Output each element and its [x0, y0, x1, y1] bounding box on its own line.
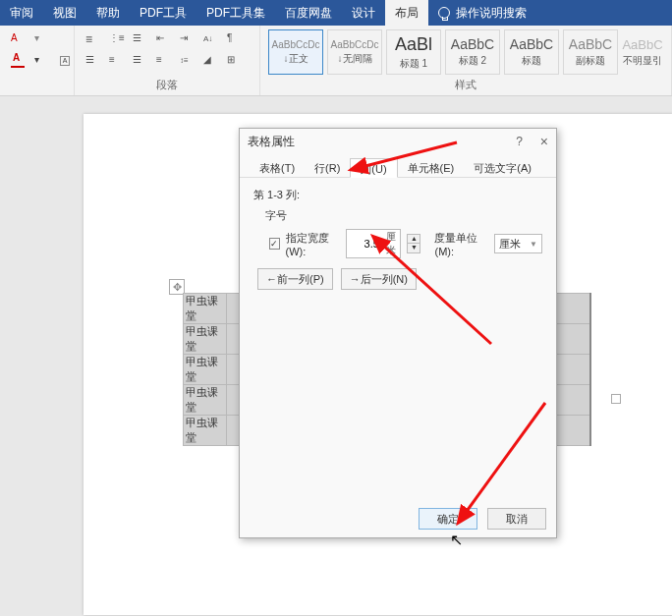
- styles-group-label: 样式: [268, 76, 663, 95]
- width-input[interactable]: [347, 234, 382, 253]
- measure-unit-label: 度量单位(M):: [434, 231, 487, 257]
- table-cell[interactable]: 甲虫课堂: [184, 294, 227, 324]
- shading-icon[interactable]: [200, 51, 220, 71]
- style-sample: AaBbCcDc: [272, 39, 320, 50]
- style-label: ↓正文: [284, 52, 308, 66]
- increase-indent-icon[interactable]: [177, 29, 196, 49]
- menu-baidu-netdisk[interactable]: 百度网盘: [275, 0, 342, 26]
- sort-icon[interactable]: [200, 29, 220, 49]
- tab-row[interactable]: 行(R): [305, 158, 350, 177]
- font-group-label: [8, 90, 66, 95]
- specify-width-checkbox[interactable]: ✓: [269, 238, 280, 250]
- chevron-down-icon: ▼: [530, 240, 537, 249]
- menu-help[interactable]: 帮助: [86, 0, 130, 26]
- style-subtitle[interactable]: AaBbC 副标题: [563, 29, 618, 75]
- font-expand-icon[interactable]: ▾: [31, 29, 51, 49]
- style-normal[interactable]: AaBbCcDc ↓正文: [268, 29, 323, 75]
- table-cell[interactable]: 甲虫课堂: [184, 324, 227, 355]
- table-cell[interactable]: 甲虫课堂: [184, 416, 227, 446]
- measure-unit-select[interactable]: 厘米 ▼: [494, 234, 542, 253]
- multilevel-icon[interactable]: [130, 29, 149, 49]
- char-shading-icon[interactable]: A: [55, 51, 75, 71]
- style-sample: AaBbC: [510, 36, 553, 52]
- dialog-tabs: 表格(T) 行(R) 列(U) 单元格(E) 可选文字(A): [240, 154, 556, 178]
- menu-pdf-toolset[interactable]: PDF工具集: [196, 0, 275, 26]
- show-marks-icon[interactable]: [224, 29, 244, 49]
- style-label: 标题 2: [459, 54, 486, 68]
- style-sample: AaBl: [395, 34, 432, 55]
- width-unit-inline: 厘米: [382, 230, 401, 257]
- size-section-label: 字号: [265, 208, 542, 223]
- table-cell[interactable]: 甲虫课堂: [184, 355, 227, 385]
- specify-width-label: 指定宽度(W):: [286, 231, 340, 257]
- cancel-button[interactable]: 取消: [487, 508, 546, 530]
- style-no-spacing[interactable]: AaBbCcDc ↓无间隔: [327, 29, 382, 75]
- menu-view[interactable]: 视图: [43, 0, 86, 26]
- dialog-help-button[interactable]: ?: [516, 135, 523, 148]
- measure-unit-value: 厘米: [499, 237, 521, 252]
- next-column-button[interactable]: →后一列(N): [341, 268, 417, 290]
- menu-pdf-tools[interactable]: PDF工具: [130, 0, 196, 26]
- style-sample: AaBbC: [451, 36, 494, 52]
- highlight-icon[interactable]: ▾: [31, 51, 51, 71]
- style-label: 不明显引: [623, 54, 662, 68]
- decrease-indent-icon[interactable]: [153, 29, 173, 49]
- width-spinner[interactable]: ▲ ▼: [407, 234, 420, 253]
- tell-me-placeholder: 操作说明搜索: [456, 0, 527, 26]
- font-group: ▾ ▾ A: [0, 26, 75, 95]
- style-subtle-emphasis[interactable]: AaBbC 不明显引: [622, 29, 663, 75]
- bullets-icon[interactable]: [83, 29, 102, 49]
- dialog-title: 表格属性: [248, 134, 295, 150]
- style-sample: AaBbCcDc: [331, 39, 379, 50]
- font-color-icon[interactable]: [8, 51, 28, 71]
- tab-column[interactable]: 列(U): [350, 158, 397, 178]
- dialog-body: 第 1-3 列: 字号 ✓ 指定宽度(W): 厘米 ▲ ▼ 度量单位(M): 厘…: [240, 178, 556, 492]
- line-spacing-icon[interactable]: [177, 51, 196, 71]
- align-center-icon[interactable]: [106, 51, 126, 71]
- table-cell[interactable]: 甲虫课堂: [184, 385, 227, 416]
- tab-cell[interactable]: 单元格(E): [398, 158, 465, 177]
- styles-group: AaBbCcDc ↓正文 AaBbCcDc ↓无间隔 AaBl 标题 1 AaB…: [260, 26, 672, 95]
- style-label: 副标题: [576, 54, 605, 68]
- style-label: 标题: [522, 54, 541, 68]
- numbering-icon[interactable]: [106, 29, 126, 49]
- align-justify-icon[interactable]: [153, 51, 173, 71]
- style-sample: AaBbC: [569, 36, 612, 52]
- prev-column-button[interactable]: ←前一列(P): [257, 268, 333, 290]
- column-range-label: 第 1-3 列:: [253, 188, 542, 202]
- style-label: 标题 1: [400, 57, 427, 71]
- style-sample: AaBbC: [622, 37, 662, 52]
- ok-button[interactable]: 确定: [419, 508, 477, 530]
- dialog-titlebar[interactable]: 表格属性 ? ×: [240, 129, 556, 154]
- strikethrough-icon[interactable]: [8, 29, 28, 49]
- style-heading2[interactable]: AaBbC 标题 2: [445, 29, 500, 75]
- align-left-icon[interactable]: [83, 51, 102, 71]
- menu-layout[interactable]: 布局: [385, 0, 428, 26]
- lightbulb-icon: [438, 7, 450, 19]
- spinner-down-icon[interactable]: ▼: [408, 244, 420, 252]
- dialog-close-button[interactable]: ×: [540, 134, 548, 149]
- tab-alt-text[interactable]: 可选文字(A): [464, 158, 541, 177]
- style-heading1[interactable]: AaBl 标题 1: [386, 29, 441, 75]
- table-resize-handle[interactable]: [611, 394, 621, 404]
- spinner-up-icon[interactable]: ▲: [408, 235, 420, 244]
- style-title[interactable]: AaBbC 标题: [504, 29, 559, 75]
- align-right-icon[interactable]: [130, 51, 149, 71]
- tab-table[interactable]: 表格(T): [250, 158, 305, 177]
- menu-design[interactable]: 设计: [342, 0, 385, 26]
- paragraph-group-label: 段落: [83, 76, 252, 95]
- paragraph-group: 段落: [75, 26, 260, 95]
- table-properties-dialog: 表格属性 ? × 表格(T) 行(R) 列(U) 单元格(E) 可选文字(A) …: [239, 128, 557, 538]
- tell-me-search[interactable]: 操作说明搜索: [428, 0, 536, 26]
- menu-review[interactable]: 审阅: [0, 0, 43, 26]
- app-menubar: 审阅 视图 帮助 PDF工具 PDF工具集 百度网盘 设计 布局 操作说明搜索: [0, 0, 672, 26]
- borders-icon[interactable]: [224, 51, 244, 71]
- ribbon: ▾ ▾ A: [0, 26, 672, 96]
- style-label: ↓无间隔: [338, 52, 372, 66]
